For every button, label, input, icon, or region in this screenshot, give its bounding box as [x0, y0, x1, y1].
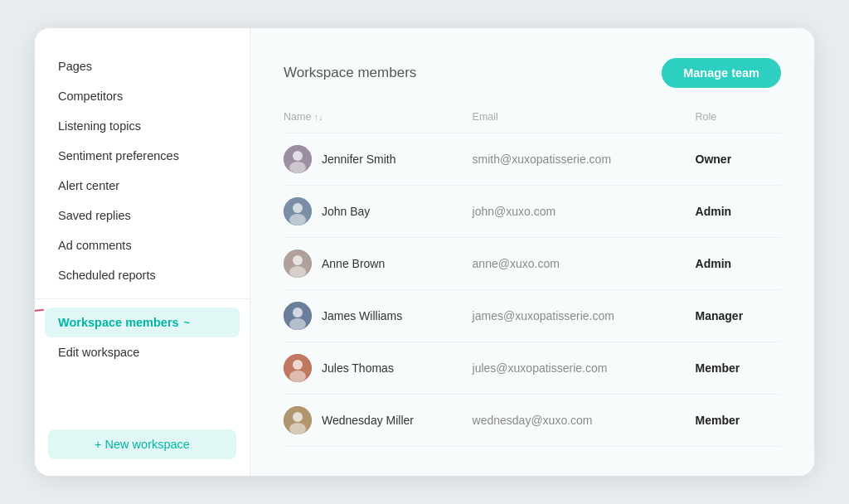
member-role: Member — [696, 342, 781, 395]
svg-point-10 — [293, 308, 303, 317]
sidebar-item-scheduled-reports[interactable]: Scheduled reports — [35, 260, 250, 290]
page-title: Workspace members — [284, 65, 416, 81]
member-name-cell: James Williams — [284, 290, 473, 342]
table-row: James Williams james@xuxopatisserie.comM… — [284, 290, 781, 342]
col-header-role: Role — [696, 111, 781, 133]
svg-point-2 — [289, 162, 306, 173]
member-name: Jennifer Smith — [322, 153, 395, 166]
member-name-cell: Anne Brown — [284, 238, 473, 290]
member-name: Anne Brown — [322, 257, 385, 270]
svg-point-5 — [289, 214, 306, 225]
avatar — [284, 197, 312, 225]
member-email: james@xuxopatisserie.com — [473, 290, 696, 342]
col-header-email: Email — [473, 111, 696, 133]
sidebar-item-ad-comments[interactable]: Ad comments — [35, 230, 250, 260]
sidebar-item-saved-replies[interactable]: Saved replies — [35, 201, 250, 230]
sidebar-nav: Pages Competitors Listening topics Senti… — [35, 51, 250, 411]
member-role: Member — [696, 395, 781, 447]
member-email: wednesday@xuxo.com — [473, 395, 696, 447]
avatar — [284, 354, 312, 382]
member-name-cell: Jules Thomas — [284, 342, 473, 395]
member-role: Owner — [696, 133, 781, 186]
sidebar-item-listening-topics[interactable]: Listening topics — [35, 111, 250, 141]
svg-point-7 — [293, 255, 303, 265]
member-name-cell: Wednesday Miller — [284, 395, 473, 447]
member-name-cell: Jennifer Smith — [284, 133, 473, 186]
sort-icon[interactable]: ↑↓ — [314, 112, 323, 122]
avatar — [284, 302, 312, 330]
sidebar: Pages Competitors Listening topics Senti… — [35, 28, 250, 476]
sidebar-item-pages[interactable]: Pages — [35, 51, 250, 81]
svg-point-13 — [293, 360, 303, 370]
sidebar-divider — [35, 298, 250, 299]
active-wrapper: Workspace members ~ — [35, 308, 250, 337]
new-workspace-button[interactable]: + New workspace — [48, 429, 236, 459]
arrow-annotation — [35, 306, 45, 339]
sidebar-item-edit-workspace[interactable]: Edit workspace — [35, 337, 250, 367]
table-row: Wednesday Miller wednesday@xuxo.comMembe… — [284, 395, 781, 447]
table-row: Jennifer Smith smith@xuxopatisserie.comO… — [284, 133, 781, 186]
member-email: john@xuxo.com — [473, 186, 696, 238]
member-role: Manager — [696, 290, 781, 342]
members-table: Name ↑↓ Email Role Jennifer Smith smith@… — [284, 111, 781, 447]
sidebar-item-alert-center[interactable]: Alert center — [35, 171, 250, 201]
member-email: anne@xuxo.com — [473, 238, 696, 290]
svg-point-17 — [289, 423, 306, 434]
main-header: Workspace members Manage team — [284, 58, 781, 88]
member-name: Jules Thomas — [322, 361, 394, 375]
table-row: Anne Brown anne@xuxo.comAdmin — [284, 238, 781, 290]
table-row: Jules Thomas jules@xuxopatisserie.comMem… — [284, 342, 781, 395]
svg-point-14 — [289, 371, 306, 382]
sidebar-item-competitors[interactable]: Competitors — [35, 81, 250, 111]
table-row: John Bay john@xuxo.comAdmin — [284, 186, 781, 238]
sidebar-bottom: + New workspace — [35, 411, 250, 476]
member-role: Admin — [696, 186, 781, 238]
member-email: jules@xuxopatisserie.com — [473, 342, 696, 395]
avatar — [284, 406, 312, 434]
svg-point-8 — [289, 266, 306, 278]
svg-point-16 — [293, 412, 303, 422]
member-role: Admin — [696, 238, 781, 290]
sidebar-item-sentiment-preferences[interactable]: Sentiment preferences — [35, 141, 250, 171]
sidebar-item-workspace-members[interactable]: Workspace members ~ — [45, 308, 240, 337]
main-content: Workspace members Manage team Name ↑↓ Em… — [250, 28, 814, 476]
member-email: smith@xuxopatisserie.com — [473, 133, 696, 186]
avatar — [284, 145, 312, 173]
avatar — [284, 250, 312, 278]
svg-point-11 — [289, 318, 306, 330]
member-name: Wednesday Miller — [322, 414, 414, 427]
member-name: John Bay — [322, 205, 370, 218]
svg-point-1 — [293, 151, 303, 161]
members-tbody: Jennifer Smith smith@xuxopatisserie.comO… — [284, 133, 781, 447]
member-name: James Williams — [322, 309, 402, 322]
member-name-cell: John Bay — [284, 186, 473, 238]
manage-team-button[interactable]: Manage team — [662, 58, 781, 88]
table-header: Name ↑↓ Email Role — [284, 111, 781, 133]
col-header-name: Name ↑↓ — [284, 111, 473, 133]
svg-point-4 — [293, 203, 303, 213]
main-card: Pages Competitors Listening topics Senti… — [35, 28, 814, 476]
active-decoration: ~ — [184, 317, 191, 329]
